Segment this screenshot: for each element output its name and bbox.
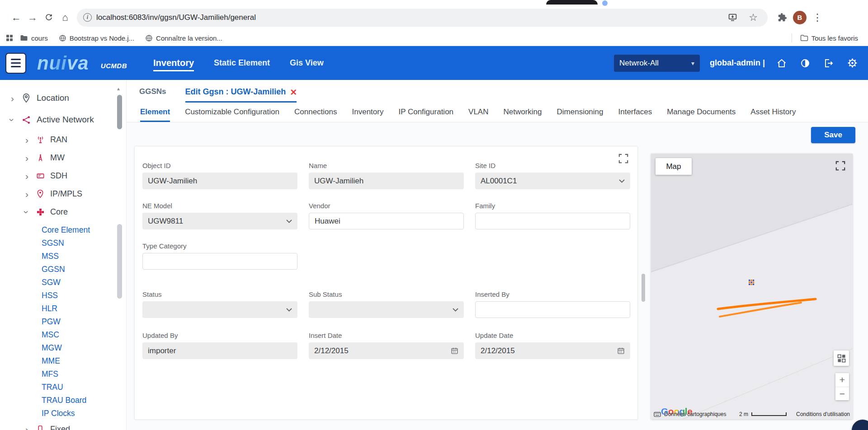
type-category-input[interactable] [142,253,297,270]
chevron-right-icon[interactable]: › [24,171,30,181]
sidebar-item-mfs[interactable]: MFS [0,368,126,381]
scroll-up-icon[interactable]: ▲ [116,86,121,91]
terms-link[interactable]: Conditions d'utilisation [796,411,850,417]
calendar-icon[interactable] [617,347,625,355]
tab-edit-ggsn[interactable]: Edit Ggsn : UGW-Jamilieh × [185,87,297,103]
save-button[interactable]: Save [811,127,855,143]
sidebar-item-core[interactable]: › Core [0,203,126,221]
chevron-down-icon[interactable]: › [22,209,32,215]
tab-inventory[interactable]: Inventory [352,108,384,122]
vendor-input[interactable] [309,213,464,229]
close-tab-icon[interactable]: × [290,88,297,96]
sidebar-item-mme[interactable]: MME [0,355,126,368]
chevron-right-icon[interactable]: › [24,153,30,163]
install-icon[interactable] [724,9,741,26]
calendar-icon[interactable] [451,347,458,355]
sidebar-item-fixed[interactable]: › Fixed [0,420,126,430]
tab-vlan[interactable]: VLAN [468,108,488,122]
bookmark-cours[interactable]: cours [16,33,52,43]
chevron-right-icon[interactable]: › [24,425,30,430]
chevron-down-icon[interactable]: › [8,117,17,123]
sidebar-item-ip-clocks[interactable]: IP Clocks [0,407,126,420]
tab-customizable-configuration[interactable]: Customizable Configuration [185,108,279,122]
forward-icon[interactable]: → [24,9,41,26]
sidebar-item-core-element[interactable]: Core Element [0,224,126,237]
site-id-select[interactable]: AL0001C1 [475,173,630,189]
refresh-icon[interactable] [41,9,57,26]
keyboard-icon[interactable] [654,412,661,417]
all-favorites[interactable]: Tous les favoris [797,33,862,43]
sub-status-select[interactable] [309,301,464,318]
url-text[interactable]: localhost:6083/inv/ggsn/UGW-Jamilieh/gen… [96,13,720,22]
chevron-right-icon[interactable]: › [24,135,30,145]
sidebar-item-hss[interactable]: HSS [0,289,126,302]
sidebar-item-mgw[interactable]: MGW [0,341,126,355]
tab-element[interactable]: Element [140,108,170,122]
sidebar-item-mss[interactable]: MSS [0,250,126,263]
status-select[interactable] [142,301,297,318]
map-style-toggle[interactable] [834,351,849,366]
star-icon[interactable]: ☆ [745,9,761,26]
back-icon[interactable]: ← [8,9,24,26]
map-panel[interactable]: Map + − Google Données cartographiques 2… [651,154,853,419]
zoom-out-button[interactable]: − [835,387,849,400]
tab-ggsns[interactable]: GGSNs [139,87,166,103]
nav-inventory[interactable]: Inventory [153,55,194,71]
hamburger-menu-button[interactable] [5,53,26,74]
map-fullscreen-icon[interactable] [834,159,847,173]
object-id-input[interactable] [142,173,297,189]
ne-model-select[interactable]: UGW9811 [142,213,297,229]
apps-grid-icon[interactable] [6,35,13,41]
sidebar-item-hlr[interactable]: HLR [0,302,126,315]
nav-static-element[interactable]: Static Element [214,56,270,70]
inserted-by-input[interactable] [475,301,630,318]
contrast-icon[interactable] [798,56,812,70]
bookmark-connaitre[interactable]: Connaître la version... [142,33,226,43]
menu-dots-icon[interactable]: ⋮ [809,9,826,26]
url-bar[interactable]: i localhost:6083/inv/ggsn/UGW-Jamilieh/g… [77,9,768,27]
sidebar-item-sgsn[interactable]: SGSN [0,237,126,250]
sidebar-item-ran[interactable]: › RAN [0,131,126,149]
map-canvas[interactable] [651,154,853,419]
sidebar-item-active-network[interactable]: › Active Network [0,109,126,131]
tab-ip-configuration[interactable]: IP Configuration [398,108,453,122]
sidebar-item-mw[interactable]: › MW [0,149,126,167]
sidebar-item-ggsn[interactable]: GGSN [0,263,126,276]
sidebar-scrollbar-thumb-secondary[interactable] [117,224,122,299]
browser-tab[interactable] [546,0,598,5]
info-icon[interactable]: i [83,13,92,22]
home-icon[interactable]: ⌂ [57,9,73,26]
fullscreen-icon[interactable] [617,152,630,165]
tab-asset-history[interactable]: Asset History [750,108,796,122]
gear-icon[interactable] [845,56,859,70]
sidebar-item-trau-board[interactable]: TRAU Board [0,394,126,407]
sidebar-scrollbar-thumb[interactable] [117,95,122,129]
logout-icon[interactable] [822,56,835,70]
name-input[interactable] [309,173,464,189]
tab-connections[interactable]: Connections [294,108,337,122]
map-marker[interactable] [749,280,754,285]
insert-date-input[interactable]: 2/12/2015 [309,342,464,359]
sidebar-item-ip-mpls[interactable]: › IP/MPLS [0,185,126,203]
sidebar-item-location[interactable]: › Location [0,87,126,109]
update-date-input[interactable]: 2/12/2015 [475,342,630,359]
bookmark-bootstrap[interactable]: Bootstrap vs Node.j... [55,33,138,43]
sidebar-item-sdh[interactable]: › SDH [0,167,126,185]
family-input[interactable] [475,213,630,229]
tab-networking[interactable]: Networking [503,108,542,122]
extensions-icon[interactable] [774,9,790,26]
zoom-in-button[interactable]: + [835,373,849,387]
home-icon[interactable] [775,56,788,70]
tab-interfaces[interactable]: Interfaces [618,108,652,122]
content-scrollbar-thumb[interactable] [642,274,645,302]
sidebar-item-pgw[interactable]: PGW [0,315,126,328]
network-select[interactable]: Netwrok-All ▾ [614,55,700,72]
map-type-button[interactable]: Map [656,158,692,175]
updated-by-input[interactable] [142,342,297,359]
tab-manage-documents[interactable]: Manage Documents [667,108,736,122]
nav-gis-view[interactable]: Gis View [290,56,324,70]
sidebar-item-trau[interactable]: TRAU [0,381,126,394]
chevron-right-icon[interactable]: › [9,93,16,103]
avatar[interactable]: B [793,11,807,24]
tab-dimensioning[interactable]: Dimensioning [557,108,604,122]
